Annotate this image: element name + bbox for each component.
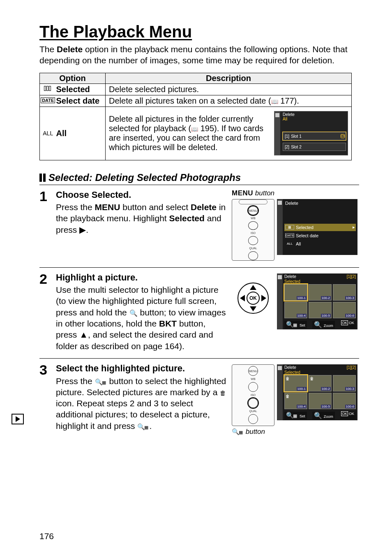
- magnify-minus-icon: [285, 321, 299, 328]
- bkt-word: BKT: [159, 319, 177, 328]
- thumb-badge: [1][2]: [347, 274, 356, 279]
- iso-dial-icon: [248, 236, 258, 245]
- book-icon: [271, 96, 278, 105]
- s3d: .: [149, 421, 152, 431]
- thumb-set: Set: [299, 323, 306, 327]
- row2-desc-b: 177).: [278, 96, 299, 105]
- thumb-title: Delete: [284, 274, 296, 279]
- dial-wb: WB: [251, 217, 255, 220]
- delete-options-table: Option Description Selected Delete selec…: [39, 73, 352, 160]
- th-option: Option: [40, 73, 106, 83]
- s1-selected: Selected: [169, 213, 205, 223]
- step-1-number: 1: [39, 189, 53, 261]
- menu-r2: Select date: [296, 233, 318, 238]
- trash-mark-icon: 🗑: [286, 376, 290, 381]
- dial-qual: QUAL: [249, 247, 257, 250]
- thumb2-c3: 100-4: [297, 405, 307, 408]
- menu-arrow: ▸: [353, 225, 355, 230]
- magnify-minus-icon: [232, 428, 244, 436]
- thumb2-title: Delete: [284, 365, 296, 370]
- dial-menu-2: MENU: [249, 370, 258, 373]
- right-triangle-icon: ▶: [79, 225, 86, 234]
- s1b: button and select: [120, 202, 191, 212]
- menu-word: MENU: [95, 202, 120, 212]
- row3-icon: ALL: [40, 107, 56, 160]
- menu-r3: All: [296, 241, 301, 246]
- row2-icon: DATE: [40, 95, 56, 107]
- thumb-c2: 100-3: [345, 296, 355, 300]
- dial-qual-2: QUAL: [249, 410, 257, 412]
- magnify-minus-icon: [137, 423, 149, 431]
- thumb2-c4: 100-5: [321, 405, 331, 408]
- magnify-minus-icon: [285, 412, 299, 419]
- row1-icon: [40, 83, 56, 95]
- menu-shot-title: Delete: [285, 201, 298, 206]
- thumb-c1: 100-2: [321, 296, 331, 300]
- step-2-head: Highlight a picture.: [56, 272, 228, 284]
- date-badge: DATE: [41, 97, 55, 103]
- delete-menu-screenshot: Delete ▦ Selected ▸ DATE Select date ALL: [277, 199, 357, 255]
- s1e: .: [86, 225, 88, 234]
- step-2: 2 Highlight a picture. Use the multi sel…: [39, 268, 359, 359]
- page-title: The Playback Menu: [39, 23, 359, 41]
- row3-desc: Delete all pictures in the folder curren…: [106, 107, 352, 160]
- thumb2-set: Set: [299, 414, 306, 418]
- magnify-plus-icon: [313, 415, 323, 419]
- step-1-head: Choose Selected.: [56, 189, 228, 201]
- step-3-number: 3: [39, 363, 53, 436]
- intro-c: option in the playback menu contains the…: [39, 44, 347, 65]
- s1-delete: Delete: [191, 202, 217, 212]
- thumb-ok: OK: [348, 321, 355, 325]
- up-arrow-icon: [250, 285, 256, 290]
- iso-dial-icon: [248, 398, 258, 408]
- thumb2-c2: 100-3: [345, 387, 355, 391]
- play-icon: [278, 275, 282, 279]
- right-arrow-icon: [261, 295, 266, 301]
- all-slot-screenshot: Delete All [1] Slot 1 OK [2] Slot 2: [274, 111, 348, 155]
- wb-dial-icon: [248, 221, 258, 230]
- row1-desc: Delete selected pictures.: [106, 83, 352, 95]
- thumb-c3: 100-4: [297, 314, 307, 317]
- thumb2-zoom: Zoom: [323, 415, 334, 419]
- trash-mark-icon: 🗑: [310, 376, 314, 381]
- menu-r3-icon: ALL: [285, 242, 294, 246]
- magnify-plus-icon: [313, 324, 323, 328]
- menu-r2-icon: DATE: [285, 233, 294, 238]
- step-3: 3 Select the highlighted picture. Press …: [39, 359, 359, 442]
- row1-option: Selected: [56, 83, 106, 95]
- step3-caption: button: [244, 428, 265, 436]
- up-triangle-icon: ▲: [79, 330, 88, 339]
- s3a: Press the: [56, 376, 95, 386]
- section-bars-icon: [39, 174, 46, 182]
- intro-a: The: [39, 44, 57, 54]
- left-arrow-icon: [240, 295, 245, 301]
- row2-option: Select date: [56, 95, 106, 107]
- row3-option: All: [56, 107, 106, 160]
- th-description: Description: [106, 73, 352, 83]
- menu-r1-icon: ▦: [285, 225, 294, 229]
- wb-dial-icon: [248, 382, 258, 392]
- page-number: 176: [39, 531, 54, 541]
- multi-selector-illustration: OK: [238, 283, 269, 314]
- row2-desc: Delete all pictures taken on a selected …: [106, 95, 352, 107]
- play-icon: [278, 366, 282, 370]
- dial-wb-2: WB: [251, 378, 255, 380]
- camera-dials-illustration-2: MENU WB ISO QUAL: [232, 364, 274, 426]
- thumbnail-grid-screenshot-2: Delete [1][2] Selected 🗑100-1 🗑100-2 100…: [277, 364, 357, 420]
- camera-dials-illustration: MENU WB ISO QUAL: [232, 199, 274, 261]
- mini-slot1: Slot 1: [291, 134, 302, 139]
- dial-iso-2: ISO: [251, 394, 256, 396]
- trash-icon: [220, 387, 226, 397]
- thumb2-c1: 100-2: [321, 387, 331, 391]
- trash-mark-icon: 🗑: [286, 394, 290, 398]
- section-title: Selected: Deleting Selected Photographs: [48, 172, 241, 183]
- book-icon: [191, 124, 198, 133]
- menu-caption-rest: button: [253, 189, 274, 197]
- dial-iso: ISO: [251, 232, 256, 234]
- thumb2-ok: OK: [348, 412, 355, 416]
- mini-ok: OK: [341, 134, 345, 138]
- thumb-c5: 100-6: [345, 314, 355, 317]
- row2-desc-a: Delete all pictures taken on a selected …: [109, 96, 271, 105]
- slot2-icon: [2]: [285, 145, 289, 149]
- playback-side-icon: [12, 414, 24, 424]
